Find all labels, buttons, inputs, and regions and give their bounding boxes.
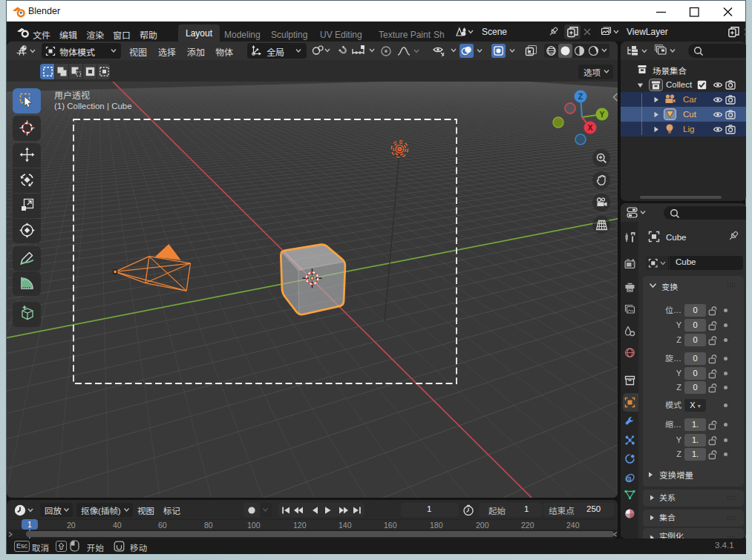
svg-text:Z: Z [578,92,583,101]
svg-text:X: X [587,123,592,132]
svg-text:Y: Y [599,110,604,119]
